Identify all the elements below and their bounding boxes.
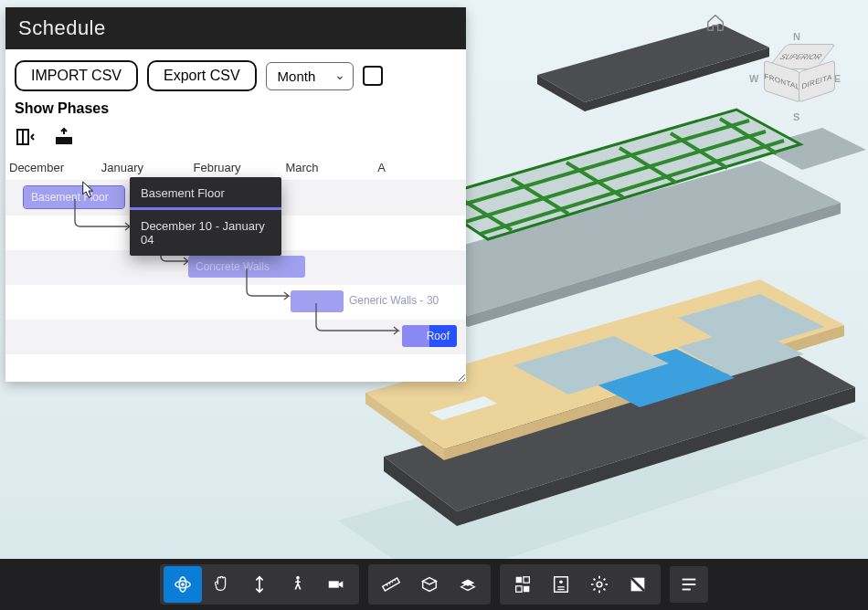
task-tooltip: Basement Floor December 10 - January 04 [130, 177, 281, 256]
properties-button[interactable] [542, 566, 580, 603]
task-bar-basement-floor[interactable]: Basement Floor [24, 186, 124, 208]
svg-rect-31 [56, 137, 72, 144]
task-bar-generic-walls[interactable] [291, 290, 344, 312]
measure-button[interactable] [372, 566, 410, 603]
cursor-icon [80, 181, 97, 201]
task-ext-label: Generic Walls - 30 [349, 294, 439, 307]
gantt-row: Roof [5, 320, 466, 354]
section-button[interactable] [410, 566, 449, 603]
settings-button[interactable] [580, 566, 619, 603]
viewport: N E S W SUPERIOR FRONTAL DIREITA Schedul… [0, 0, 868, 610]
show-phases-label: Show Phases [15, 100, 109, 117]
compass-n: N [793, 31, 800, 42]
svg-point-35 [296, 576, 300, 580]
month-label: December [5, 157, 98, 180]
compass-w: W [749, 73, 758, 84]
orbit-button[interactable] [164, 566, 202, 603]
pan-button[interactable] [202, 566, 240, 603]
svg-point-34 [181, 583, 185, 586]
svg-rect-38 [516, 577, 522, 583]
fullscreen-button[interactable] [619, 566, 657, 603]
import-csv-button[interactable]: IMPORT CSV [15, 60, 138, 91]
svg-rect-40 [516, 586, 522, 592]
svg-rect-37 [383, 578, 400, 591]
model-browser-button[interactable] [503, 566, 542, 603]
task-bar-roof[interactable]: Roof [402, 325, 457, 347]
home-icon[interactable] [705, 13, 725, 33]
explode-button[interactable] [449, 566, 487, 603]
granularity-select[interactable]: Month [266, 62, 354, 90]
compass-s: S [793, 111, 799, 122]
nav-tool-group [160, 564, 359, 605]
svg-rect-41 [524, 586, 529, 592]
add-column-icon[interactable] [15, 126, 37, 148]
export-csv-button[interactable]: Export CSV [147, 60, 257, 91]
view-tool-group [500, 564, 661, 605]
svg-point-43 [559, 580, 563, 584]
walk-button[interactable] [279, 566, 317, 603]
svg-rect-39 [524, 577, 529, 583]
bottom-toolbar [0, 559, 868, 610]
panel-toolbar: IMPORT CSV Export CSV Month Show Phases [5, 49, 466, 122]
zoom-button[interactable] [240, 566, 279, 603]
month-label: A [374, 157, 466, 180]
tooltip-dates: December 10 - January 04 [130, 210, 281, 256]
tooltip-title: Basement Floor [130, 177, 281, 210]
svg-point-46 [597, 582, 602, 587]
measure-tool-group [368, 564, 491, 605]
panel-title: Schedule [5, 7, 466, 49]
panel-toolset [5, 122, 466, 157]
gantt-row: Generic Walls - 30 [5, 285, 466, 320]
svg-rect-36 [329, 581, 339, 587]
month-label: March [281, 157, 374, 180]
tray-icon[interactable] [53, 126, 75, 148]
schedule-toggle-button[interactable] [670, 566, 708, 603]
task-bar-concrete-walls[interactable]: Concrete Walls [188, 256, 305, 278]
view-cube[interactable]: N E S W SUPERIOR FRONTAL DIREITA [749, 31, 841, 122]
camera-button[interactable] [317, 566, 355, 603]
show-phases-checkbox[interactable] [363, 66, 383, 86]
